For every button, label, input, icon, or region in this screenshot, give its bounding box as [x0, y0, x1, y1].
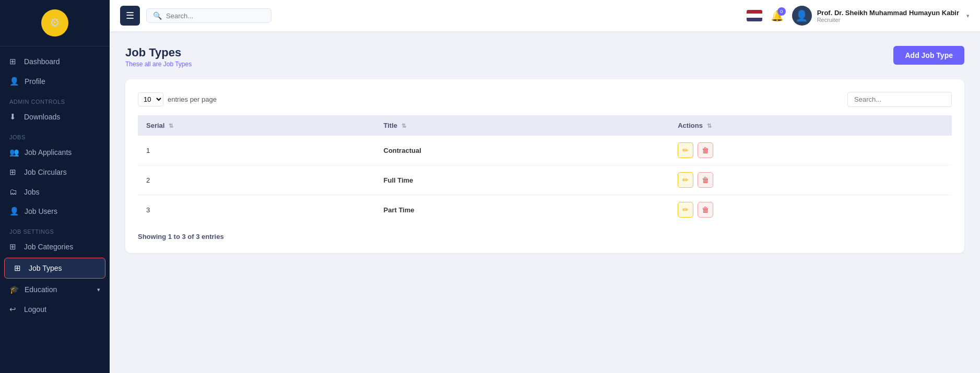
page-title-block: Job Types These all are Job Types: [125, 46, 192, 68]
delete-button[interactable]: 🗑: [698, 172, 713, 188]
language-flag[interactable]: [747, 10, 762, 21]
profile-icon: 👤: [9, 77, 19, 86]
sidebar-item-education[interactable]: 🎓 Education ▾: [0, 280, 110, 299]
sort-icon-serial[interactable]: ⇅: [169, 123, 173, 129]
page-header: Job Types These all are Job Types Add Jo…: [125, 46, 964, 68]
topbar: ☰ 🔍 🔔 0 👤 Prof. Dr. Sheikh Muhammad Huma…: [110, 0, 980, 31]
sidebar-item-job-users[interactable]: 👤 Job Users: [0, 201, 110, 221]
cell-actions: ✏ 🗑: [669, 195, 952, 225]
dashboard-icon: ⊞: [9, 57, 19, 66]
cell-title: Contractual: [375, 136, 670, 165]
edit-button[interactable]: ✏: [678, 202, 693, 218]
delete-button[interactable]: 🗑: [698, 202, 713, 218]
table-row: 2 Full Time ✏ 🗑: [138, 165, 952, 195]
sidebar-item-label: Profile: [25, 77, 45, 86]
table-search-input[interactable]: [847, 92, 952, 107]
page-title: Job Types: [125, 46, 192, 59]
notification-button[interactable]: 🔔 0: [771, 9, 784, 22]
sidebar: ⚙ ⊞ Dashboard 👤 Profile Admin Controls ⬇…: [0, 0, 110, 373]
job-applicants-icon: 👥: [9, 148, 19, 157]
topbar-right: 🔔 0 👤 Prof. Dr. Sheikh Muhammad Humayun …: [747, 6, 970, 26]
downloads-icon: ⬇: [9, 112, 19, 122]
jobs-icon: 🗂: [9, 187, 19, 196]
sidebar-item-jobs[interactable]: 🗂 Jobs: [0, 182, 110, 201]
logout-icon: ↩: [9, 305, 19, 314]
table-controls: 10 25 50 entries per page: [138, 92, 952, 107]
edit-button[interactable]: ✏: [678, 172, 693, 188]
job-types-card: 10 25 50 entries per page Serial ⇅: [125, 79, 964, 253]
sidebar-item-job-types[interactable]: ⊞ Job Types: [4, 258, 105, 279]
table-row: 3 Part Time ✏ 🗑: [138, 195, 952, 225]
page-content: Job Types These all are Job Types Add Jo…: [110, 31, 980, 373]
cell-serial: 1: [138, 136, 375, 165]
showing-entries-text: Showing 1 to 3 of 3 entries: [138, 233, 952, 240]
main-area: ☰ 🔍 🔔 0 👤 Prof. Dr. Sheikh Muhammad Huma…: [110, 0, 980, 373]
notification-badge: 0: [777, 7, 786, 16]
search-input[interactable]: [166, 12, 265, 20]
job-users-icon: 👤: [9, 207, 19, 216]
table-body: 1 Contractual ✏ 🗑 2 Full Time ✏ 🗑 3 Part…: [138, 136, 952, 224]
cell-actions: ✏ 🗑: [669, 136, 952, 165]
chevron-down-icon: ▾: [97, 286, 100, 293]
search-bar: 🔍: [146, 8, 271, 23]
sidebar-item-logout[interactable]: ↩ Logout: [0, 299, 110, 319]
table-header: Serial ⇅ Title ⇅ Actions ⇅: [138, 115, 952, 136]
delete-button[interactable]: 🗑: [698, 142, 713, 158]
sidebar-item-downloads[interactable]: ⬇ Downloads: [0, 107, 110, 127]
add-job-type-button[interactable]: Add Job Type: [893, 46, 964, 65]
sort-icon-actions[interactable]: ⇅: [707, 123, 712, 129]
sidebar-item-label: Education: [25, 285, 57, 294]
hamburger-button[interactable]: ☰: [120, 6, 140, 26]
sidebar-item-label: Job Categories: [24, 243, 73, 251]
sidebar-nav: ⊞ Dashboard 👤 Profile Admin Controls ⬇ D…: [0, 46, 110, 373]
user-role: Recruiter: [817, 17, 959, 23]
user-menu[interactable]: 👤 Prof. Dr. Sheikh Muhammad Humayun Kabi…: [792, 6, 970, 26]
edit-button[interactable]: ✏: [678, 142, 693, 158]
sidebar-item-job-applicants[interactable]: 👥 Job Applicants: [0, 142, 110, 162]
sidebar-item-profile[interactable]: 👤 Profile: [0, 71, 110, 91]
avatar: 👤: [792, 6, 812, 26]
sidebar-item-label: Job Users: [25, 207, 57, 215]
sort-icon-title[interactable]: ⇅: [402, 123, 406, 129]
cell-actions: ✏ 🗑: [669, 165, 952, 195]
cell-serial: 2: [138, 165, 375, 195]
search-icon: 🔍: [153, 11, 162, 20]
cell-title: Part Time: [375, 195, 670, 225]
col-actions: Actions ⇅: [669, 115, 952, 136]
sidebar-item-label: Dashboard: [24, 57, 60, 66]
col-serial: Serial ⇅: [138, 115, 375, 136]
table-row: 1 Contractual ✏ 🗑: [138, 136, 952, 165]
admin-controls-section: Admin Controls: [0, 91, 110, 107]
sidebar-logo: ⚙: [0, 0, 110, 46]
job-types-icon: ⊞: [14, 263, 23, 273]
sidebar-item-dashboard[interactable]: ⊞ Dashboard: [0, 52, 110, 71]
sidebar-item-label: Job Applicants: [25, 148, 72, 157]
sidebar-item-label: Job Types: [29, 264, 62, 272]
sidebar-item-label: Downloads: [24, 113, 60, 121]
sidebar-item-job-circulars[interactable]: ⊞ Job Circulars: [0, 162, 110, 182]
user-name: Prof. Dr. Sheikh Muhammad Humayun Kabir: [817, 9, 959, 17]
entries-label: entries per page: [168, 95, 217, 103]
cell-serial: 3: [138, 195, 375, 225]
sidebar-item-label: Jobs: [24, 188, 40, 196]
user-text: Prof. Dr. Sheikh Muhammad Humayun Kabir …: [817, 9, 959, 23]
job-types-table: Serial ⇅ Title ⇅ Actions ⇅: [138, 115, 952, 224]
sidebar-item-label: Logout: [24, 305, 46, 314]
education-icon: 🎓: [9, 285, 19, 294]
job-categories-icon: ⊞: [9, 242, 19, 251]
page-subtitle: These all are Job Types: [125, 61, 192, 68]
jobs-section: Jobs: [0, 127, 110, 142]
job-circulars-icon: ⊞: [9, 167, 19, 177]
entries-per-page-select[interactable]: 10 25 50: [138, 92, 163, 106]
hamburger-icon: ☰: [126, 10, 134, 21]
sidebar-item-job-categories[interactable]: ⊞ Job Categories: [0, 237, 110, 257]
user-chevron-icon: ▾: [966, 13, 970, 19]
entries-control: 10 25 50 entries per page: [138, 92, 217, 106]
job-settings-section: Job Settings: [0, 221, 110, 237]
cell-title: Full Time: [375, 165, 670, 195]
logo-icon: ⚙: [41, 9, 68, 37]
col-title: Title ⇅: [375, 115, 670, 136]
sidebar-item-label: Job Circulars: [24, 168, 67, 176]
